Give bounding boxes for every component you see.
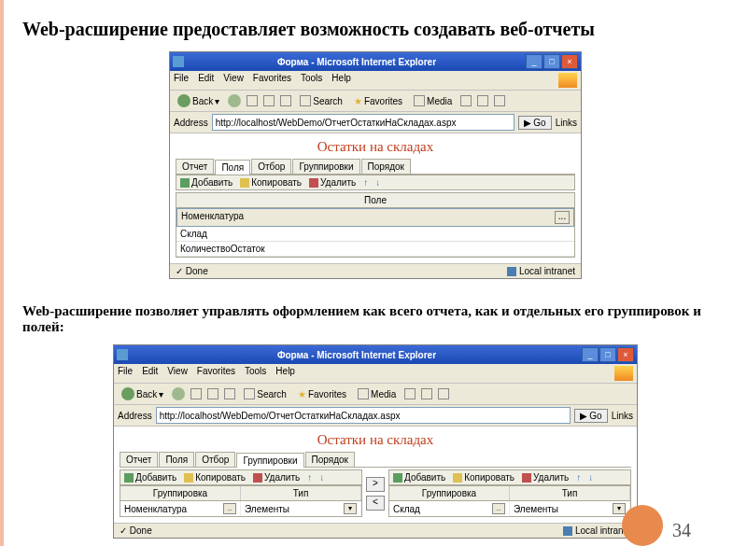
- links-label[interactable]: Links: [556, 118, 577, 128]
- add-button[interactable]: Добавить: [180, 177, 233, 188]
- menu-file[interactable]: File: [174, 73, 189, 88]
- menu-favorites[interactable]: Favorites: [197, 366, 235, 381]
- close-button[interactable]: ×: [617, 347, 634, 362]
- dropdown-icon[interactable]: ...: [555, 211, 570, 224]
- transfer-buttons: > <: [366, 469, 385, 517]
- zone-label: Local intranet: [519, 266, 575, 276]
- copy-button[interactable]: Копировать: [453, 472, 514, 483]
- move-up-button[interactable]: ↑: [363, 177, 368, 188]
- status-done: ✓ Done: [176, 266, 208, 276]
- zone-icon: [507, 267, 516, 276]
- dropdown-icon[interactable]: ..: [223, 503, 236, 514]
- url-input[interactable]: [156, 407, 571, 424]
- group-row[interactable]: Номенклатура.. Элементы▾: [120, 501, 362, 517]
- menu-edit[interactable]: Edit: [142, 366, 158, 381]
- titlebar: Форма - Microsoft Internet Explorer _ □ …: [170, 52, 581, 71]
- add-button[interactable]: Добавить: [124, 472, 176, 483]
- tab-grouping[interactable]: Группировки: [236, 453, 303, 468]
- tab-filter[interactable]: Отбор: [251, 159, 291, 174]
- left-panel: Добавить Копировать Удалить ↑ ↓ Группиро…: [120, 469, 362, 517]
- copy-button[interactable]: Копировать: [240, 177, 302, 188]
- move-up-button[interactable]: ↑: [307, 472, 312, 483]
- ie-window-2: Форма - Microsoft Internet Explorer _ □ …: [113, 344, 638, 539]
- move-down-button[interactable]: ↓: [319, 472, 324, 483]
- menu-tools[interactable]: Tools: [245, 366, 266, 381]
- favorites-button[interactable]: ★Favorites: [295, 388, 349, 400]
- field-toolbar: Добавить Копировать Удалить ↑ ↓: [176, 175, 575, 190]
- menu-help[interactable]: Help: [275, 366, 295, 381]
- minimize-button[interactable]: _: [526, 54, 543, 69]
- delete-button[interactable]: Удалить: [522, 472, 569, 483]
- menu-view[interactable]: View: [167, 366, 188, 381]
- search-button[interactable]: Search: [241, 387, 289, 400]
- col-group: Группировка: [389, 486, 510, 500]
- menu-view[interactable]: View: [223, 73, 244, 88]
- move-down-button[interactable]: ↓: [375, 177, 380, 188]
- mail-button[interactable]: [421, 388, 432, 399]
- forward-button[interactable]: [172, 387, 185, 400]
- add-button[interactable]: Добавить: [393, 472, 445, 483]
- move-right-button[interactable]: >: [366, 477, 385, 492]
- col-type: Тип: [241, 486, 361, 500]
- history-button[interactable]: [404, 388, 416, 399]
- report-tabs: Отчет Поля Отбор Группировки Порядок: [176, 159, 575, 175]
- links-label[interactable]: Links: [612, 411, 633, 421]
- field-row[interactable]: КоличествоОстаток: [176, 242, 574, 257]
- refresh-button[interactable]: [207, 388, 218, 399]
- minimize-button[interactable]: _: [582, 347, 599, 362]
- favorites-button[interactable]: ★Favorites: [351, 95, 405, 107]
- delete-button[interactable]: Удалить: [253, 472, 300, 483]
- history-button[interactable]: [460, 95, 472, 106]
- go-button[interactable]: ▶ Go: [574, 409, 608, 423]
- field-row[interactable]: Номенклатура...: [176, 208, 574, 227]
- window-title: Форма - Microsoft Internet Explorer: [188, 57, 526, 67]
- print-button[interactable]: [494, 95, 505, 106]
- menu-tools[interactable]: Tools: [301, 73, 322, 88]
- tab-report[interactable]: Отчет: [120, 452, 158, 467]
- menu-edit[interactable]: Edit: [198, 73, 214, 88]
- mail-button[interactable]: [477, 95, 488, 106]
- tab-report[interactable]: Отчет: [176, 159, 214, 174]
- media-button[interactable]: Media: [355, 387, 399, 400]
- back-button[interactable]: Back ▾: [175, 93, 222, 108]
- move-down-button[interactable]: ↓: [588, 472, 593, 483]
- group-row[interactable]: Склад.. Элементы▾: [388, 501, 631, 517]
- col-type: Тип: [510, 486, 630, 500]
- menu-favorites[interactable]: Favorites: [253, 73, 291, 88]
- copy-button[interactable]: Копировать: [184, 472, 246, 483]
- tab-grouping[interactable]: Группировки: [292, 159, 359, 174]
- report-title: Остатки на складах: [120, 432, 631, 448]
- refresh-button[interactable]: [263, 95, 275, 106]
- delete-button[interactable]: Удалить: [309, 177, 356, 188]
- home-button[interactable]: [224, 388, 235, 399]
- home-button[interactable]: [280, 95, 291, 106]
- forward-button[interactable]: [228, 94, 241, 107]
- stop-button[interactable]: [190, 388, 202, 399]
- nav-toolbar: Back ▾ Search ★Favorites Media: [114, 384, 637, 405]
- search-button[interactable]: Search: [297, 94, 345, 107]
- url-input[interactable]: [212, 114, 514, 131]
- tab-fields[interactable]: Поля: [215, 160, 250, 175]
- tab-order[interactable]: Порядок: [361, 159, 411, 174]
- maximize-button[interactable]: □: [599, 347, 616, 362]
- menu-help[interactable]: Help: [331, 73, 351, 88]
- move-left-button[interactable]: <: [366, 496, 385, 511]
- field-row[interactable]: Склад: [176, 227, 574, 242]
- address-label: Address: [174, 118, 208, 128]
- media-button[interactable]: Media: [411, 94, 455, 107]
- close-button[interactable]: ×: [561, 54, 578, 69]
- maximize-button[interactable]: □: [543, 54, 560, 69]
- menu-file[interactable]: File: [118, 366, 133, 381]
- back-button[interactable]: Back ▾: [119, 386, 166, 401]
- field-header: Поле: [176, 193, 574, 208]
- tab-fields[interactable]: Поля: [159, 452, 194, 467]
- tab-order[interactable]: Порядок: [305, 452, 355, 467]
- move-up-button[interactable]: ↑: [576, 472, 581, 483]
- stop-button[interactable]: [247, 95, 258, 106]
- tab-filter[interactable]: Отбор: [195, 452, 235, 467]
- print-button[interactable]: [438, 388, 449, 399]
- go-button[interactable]: ▶ Go: [518, 116, 552, 130]
- dropdown-icon[interactable]: ..: [492, 503, 505, 514]
- dropdown-icon[interactable]: ▾: [344, 503, 357, 514]
- dropdown-icon[interactable]: ▾: [613, 503, 626, 514]
